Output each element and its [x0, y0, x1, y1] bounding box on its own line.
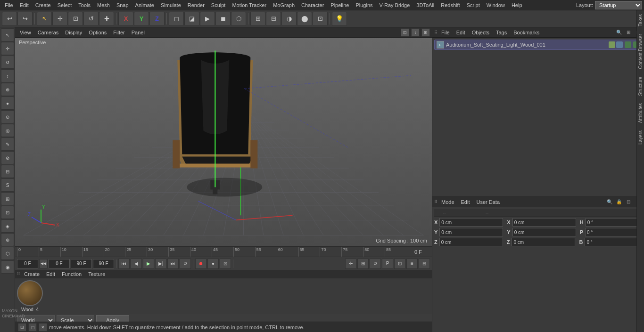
- y-scale-field[interactable]: [585, 228, 644, 236]
- go-to-end-button[interactable]: ⏭: [167, 259, 179, 269]
- menu-plugins[interactable]: Plugins: [353, 1, 375, 9]
- timeline[interactable]: 051015202530354045505560657075808590 0 F: [15, 246, 432, 257]
- render-region-button[interactable]: ⊟: [266, 12, 281, 26]
- sidebar-live-select[interactable]: ●: [1, 97, 14, 110]
- sidebar-tool-extra1[interactable]: ⊕: [1, 233, 14, 246]
- z-scale-field[interactable]: [585, 238, 644, 246]
- sidebar-rect-select[interactable]: ⊙: [1, 110, 14, 123]
- y-pos-field[interactable]: [439, 228, 503, 236]
- vp-expand-icon[interactable]: ⊡: [401, 28, 409, 37]
- attr-expand-icon[interactable]: ⊡: [624, 198, 633, 206]
- menu-edit[interactable]: Edit: [17, 1, 32, 9]
- play-button[interactable]: ▶: [143, 259, 154, 269]
- menu-pipeline[interactable]: Pipeline: [328, 1, 352, 9]
- vp-arrow-icon[interactable]: ↕: [411, 28, 420, 37]
- vp-menu-view[interactable]: View: [17, 29, 34, 36]
- sidebar-rotate-tool[interactable]: ↺: [1, 56, 14, 69]
- menu-vray[interactable]: V-Ray Bridge: [377, 1, 413, 9]
- x-pos-field[interactable]: [439, 218, 503, 227]
- sidebar-scale-tool[interactable]: ↕: [1, 69, 14, 82]
- sidebar-cursor2-tool[interactable]: ⊕: [1, 83, 14, 96]
- pb-extra1[interactable]: ✛: [345, 259, 356, 269]
- tab-takes[interactable]: Takes: [637, 10, 644, 30]
- menu-3dtoall[interactable]: 3DToAll: [413, 1, 437, 9]
- tab-structure[interactable]: Structure: [637, 73, 644, 100]
- menu-window[interactable]: Window: [484, 1, 508, 9]
- undo-button[interactable]: ↩: [2, 12, 17, 26]
- menu-file[interactable]: File: [2, 1, 16, 9]
- sidebar-cursor-tool[interactable]: ↖: [1, 28, 14, 41]
- menu-tools[interactable]: Tools: [75, 1, 93, 9]
- sidebar-tool-extra2[interactable]: ⬡: [1, 247, 14, 260]
- x-rot-field[interactable]: [512, 218, 576, 227]
- menu-motion-tracker[interactable]: Motion Tracker: [229, 1, 269, 9]
- material-thumbnail[interactable]: [17, 280, 43, 306]
- sidebar-move-tool[interactable]: ✛: [1, 42, 14, 55]
- rotate-tool-button[interactable]: ↺: [83, 12, 99, 26]
- pb-extra7[interactable]: ⊟: [419, 259, 430, 269]
- add-light-button[interactable]: 💡: [332, 12, 347, 26]
- attr-search-icon[interactable]: 🔍: [605, 198, 614, 206]
- sidebar-bevel[interactable]: ◈: [1, 219, 14, 233]
- sidebar-mirror[interactable]: ⊟: [1, 165, 14, 178]
- mat-menu-edit[interactable]: Edit: [43, 270, 58, 278]
- attr-menu-edit[interactable]: Edit: [458, 198, 473, 206]
- vp-menu-options[interactable]: Options: [86, 29, 109, 36]
- render-settings-button[interactable]: ⊡: [313, 12, 328, 26]
- edge-mode-button[interactable]: ▶: [200, 12, 215, 26]
- vp-menu-filter[interactable]: Filter: [110, 29, 127, 36]
- uv-mode-button[interactable]: ⬡: [231, 12, 246, 26]
- attr-menu-mode[interactable]: Mode: [438, 198, 457, 206]
- viewport-layout-button[interactable]: ⊞: [250, 12, 265, 26]
- menu-create[interactable]: Create: [33, 1, 54, 9]
- om-menu-objects[interactable]: Objects: [469, 29, 492, 36]
- render-all-button[interactable]: ⬤: [297, 12, 312, 26]
- end-frame-field[interactable]: [71, 259, 92, 268]
- y-axis-button[interactable]: Y: [134, 12, 149, 26]
- menu-simulate[interactable]: Simulate: [158, 1, 184, 9]
- tab-attributes[interactable]: Attributes: [637, 99, 644, 127]
- om-menu-file[interactable]: File: [438, 29, 453, 36]
- mat-menu-texture[interactable]: Texture: [85, 270, 108, 278]
- sidebar-knife[interactable]: ⊘: [1, 151, 14, 164]
- preview-end-field[interactable]: [93, 259, 114, 268]
- menu-select[interactable]: Select: [55, 1, 75, 9]
- z-axis-button[interactable]: Z: [149, 12, 165, 26]
- step-forward-button[interactable]: ▶|: [155, 259, 166, 269]
- menu-help[interactable]: Help: [509, 1, 525, 9]
- menu-animate[interactable]: Animate: [132, 1, 157, 9]
- object-mode-button[interactable]: ◻: [169, 12, 184, 26]
- x-scale-field[interactable]: [586, 218, 644, 227]
- x-axis-button[interactable]: X: [118, 12, 133, 26]
- mat-menu-function[interactable]: Function: [59, 270, 84, 278]
- vp-lock-icon[interactable]: ⊞: [421, 28, 430, 37]
- pb-extra2[interactable]: ⊞: [357, 259, 369, 269]
- menu-sculpt[interactable]: Sculpt: [208, 1, 229, 9]
- menu-mograph[interactable]: MoGraph: [270, 1, 297, 9]
- menu-snap[interactable]: Snap: [114, 1, 132, 9]
- poly-mode-button[interactable]: ◼: [215, 12, 231, 26]
- om-menu-bookmarks[interactable]: Bookmarks: [511, 29, 542, 36]
- om-menu-tags[interactable]: Tags: [493, 29, 510, 36]
- frame-step-small[interactable]: ◀◀: [39, 259, 48, 268]
- record-new-button[interactable]: ●: [207, 259, 219, 269]
- record-active-button[interactable]: ⏺: [195, 259, 206, 269]
- auto-key-button[interactable]: ⊡: [220, 259, 231, 269]
- viewport[interactable]: View Cameras Display Options Filter Pane…: [15, 27, 432, 246]
- object-visibility-dot[interactable]: [625, 41, 631, 48]
- menu-script[interactable]: Script: [464, 1, 483, 9]
- vp-menu-panel[interactable]: Panel: [129, 29, 148, 36]
- om-menu-edit[interactable]: Edit: [454, 29, 468, 36]
- sidebar-circle-select[interactable]: ◎: [1, 124, 14, 137]
- menu-redshift[interactable]: Redshift: [438, 1, 462, 9]
- vp-menu-display[interactable]: Display: [62, 29, 85, 36]
- sidebar-freehand-select[interactable]: ✎: [1, 138, 14, 151]
- pb-extra6[interactable]: ≡: [406, 259, 418, 269]
- pb-extra4[interactable]: P: [382, 259, 393, 269]
- sidebar-magnet[interactable]: S: [1, 178, 14, 192]
- sidebar-tool-extra3[interactable]: ◉: [1, 260, 14, 274]
- point-mode-button[interactable]: ◪: [184, 12, 199, 26]
- scale-tool-button[interactable]: ⊡: [68, 12, 83, 26]
- step-back-button[interactable]: ◀: [131, 259, 142, 269]
- layout-dropdown[interactable]: Startup Standard Modeling: [595, 1, 642, 9]
